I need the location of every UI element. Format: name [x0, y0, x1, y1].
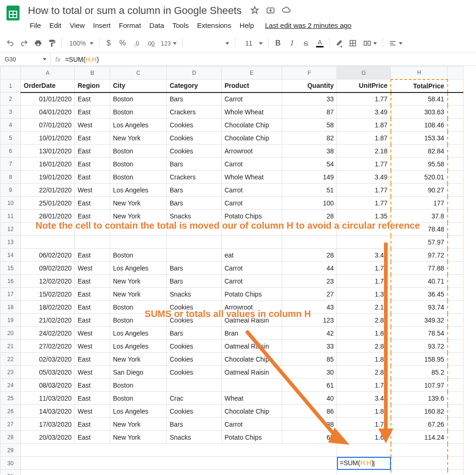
cell[interactable]: 82: [282, 132, 337, 145]
cell[interactable]: Carrot: [222, 262, 282, 275]
cell[interactable]: New York: [110, 132, 167, 145]
cell[interactable]: [167, 249, 222, 262]
cell[interactable]: [448, 275, 463, 288]
row-header[interactable]: 9: [0, 184, 21, 197]
cell[interactable]: New York: [110, 275, 167, 288]
cell[interactable]: Bars: [167, 418, 222, 431]
cell[interactable]: [21, 444, 337, 457]
cell[interactable]: 1.77: [337, 92, 391, 106]
cell[interactable]: [448, 314, 463, 327]
cell[interactable]: 1.87: [337, 405, 391, 418]
cell[interactable]: West: [75, 119, 110, 132]
cell[interactable]: 87: [282, 106, 337, 119]
cell[interactable]: Chocolate Chip: [222, 132, 282, 145]
cell[interactable]: Boston: [110, 249, 167, 262]
cell[interactable]: Boston: [110, 171, 167, 184]
cell[interactable]: New York: [110, 418, 167, 431]
row-header[interactable]: 11: [0, 210, 21, 223]
cell[interactable]: 2.84: [337, 366, 391, 379]
cell[interactable]: Potato Chips: [222, 288, 282, 301]
cell[interactable]: 14/03/2020: [21, 405, 75, 418]
cell[interactable]: 18/02/2020: [21, 301, 75, 314]
cell[interactable]: New York: [110, 197, 167, 210]
cell[interactable]: Boston: [110, 106, 167, 119]
row-header[interactable]: 15: [0, 262, 21, 275]
star-icon[interactable]: [250, 6, 259, 16]
cell[interactable]: [222, 236, 282, 249]
cell[interactable]: Cookies: [167, 366, 222, 379]
cell[interactable]: 1.35: [337, 210, 391, 223]
cell[interactable]: New York: [110, 431, 167, 444]
cell[interactable]: Cookies: [167, 119, 222, 132]
cell[interactable]: 43: [282, 301, 337, 314]
cell[interactable]: 90.27: [391, 184, 448, 197]
menu-insert[interactable]: Insert: [89, 20, 114, 31]
cell[interactable]: 61: [282, 379, 337, 392]
cell[interactable]: [448, 145, 463, 158]
cell[interactable]: 44: [282, 262, 337, 275]
cell[interactable]: Snacks: [167, 210, 222, 223]
col-header-C[interactable]: C: [110, 66, 167, 79]
cell[interactable]: [167, 223, 222, 236]
cell[interactable]: [282, 236, 337, 249]
cell[interactable]: Region: [75, 79, 110, 92]
cell[interactable]: [448, 184, 463, 197]
cell[interactable]: East: [75, 431, 110, 444]
cell[interactable]: Boston: [110, 92, 167, 106]
cell[interactable]: 1.77: [337, 184, 391, 197]
cell[interactable]: [448, 340, 463, 353]
cell[interactable]: East: [75, 301, 110, 314]
formula-bar[interactable]: =SUM(H:H): [65, 56, 476, 63]
cell[interactable]: 42: [282, 327, 337, 340]
cell[interactable]: OrderDate: [21, 79, 75, 92]
cell[interactable]: Crac: [167, 392, 222, 405]
cell[interactable]: Bars: [167, 184, 222, 197]
cell[interactable]: Cookies: [167, 301, 222, 314]
cell[interactable]: East: [75, 353, 110, 366]
cell[interactable]: 67.26: [391, 418, 448, 431]
italic-button[interactable]: I: [285, 37, 298, 50]
cell[interactable]: 33: [282, 92, 337, 106]
cell[interactable]: 01/01/2020: [21, 92, 75, 106]
cell[interactable]: City: [110, 79, 167, 92]
cell[interactable]: 77.88: [391, 262, 448, 275]
cell[interactable]: Oatmeal Raisin: [222, 340, 282, 353]
cell[interactable]: 85.2: [391, 366, 448, 379]
cell[interactable]: 07/01/2020: [21, 119, 75, 132]
row-header[interactable]: 18: [0, 301, 21, 314]
row-header[interactable]: 2: [0, 92, 21, 106]
cell[interactable]: [448, 288, 463, 301]
cell[interactable]: 04/01/2020: [21, 106, 75, 119]
cell[interactable]: [448, 444, 463, 457]
cell[interactable]: [110, 236, 167, 249]
cell[interactable]: New York: [110, 288, 167, 301]
cell[interactable]: Chocolate Chip: [222, 119, 282, 132]
cell[interactable]: 23: [282, 275, 337, 288]
cell[interactable]: Crackers: [167, 171, 222, 184]
cell[interactable]: [337, 223, 391, 236]
cell[interactable]: 54: [282, 158, 337, 171]
cell[interactable]: Carrot: [222, 158, 282, 171]
cell[interactable]: [337, 444, 391, 457]
cell[interactable]: [448, 392, 463, 405]
cell[interactable]: [282, 223, 337, 236]
cell[interactable]: Bars: [167, 327, 222, 340]
cell[interactable]: 1.77: [337, 158, 391, 171]
row-header[interactable]: 8: [0, 171, 21, 184]
row-header[interactable]: 3: [0, 106, 21, 119]
cell[interactable]: 06/02/2020: [21, 249, 75, 262]
row-header[interactable]: 12: [0, 223, 21, 236]
cell[interactable]: [75, 236, 110, 249]
cell[interactable]: [448, 92, 463, 106]
cell[interactable]: 149: [282, 171, 337, 184]
cell[interactable]: [448, 79, 463, 92]
cell[interactable]: 05/03/2020: [21, 366, 75, 379]
strikethrough-button[interactable]: S: [299, 37, 312, 50]
cell[interactable]: 1.68: [337, 431, 391, 444]
cell[interactable]: Arrowroot: [222, 145, 282, 158]
cell[interactable]: West: [75, 327, 110, 340]
currency-button[interactable]: $: [102, 37, 115, 50]
cell[interactable]: Los Angeles: [110, 405, 167, 418]
cell[interactable]: Cookies: [167, 314, 222, 327]
cell[interactable]: [448, 431, 463, 444]
